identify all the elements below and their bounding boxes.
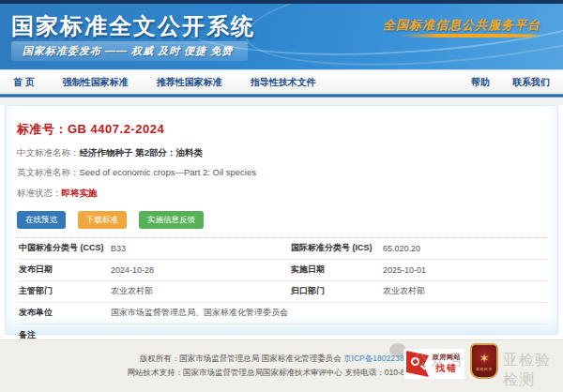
gov-site-error-report-badge[interactable]: 政府网站 找错 [403, 348, 465, 380]
issuing-unit-label: 发布单位 [17, 307, 111, 319]
ccs-label: 中国标准分类号 (CCS) [17, 242, 111, 254]
magnifier-icon [411, 357, 419, 366]
standard-detail-panel: 标准号：GB 4407.2-2024 中文标准名称：经济作物种子 第2部分：油料… [5, 105, 558, 335]
table-row: 中国标准分类号 (CCS) B33 国际标准分类号 (ICS) 65.020.2… [17, 238, 548, 260]
en-name-line: 英文标准名称：Seed of economic crops—Part 2: Oi… [17, 168, 548, 177]
error-badge-line2: 找错 [433, 362, 461, 375]
nav-item-recommended-standards[interactable]: 推荐性国家标准 [157, 76, 222, 89]
publish-date-label: 发布日期 [17, 264, 111, 276]
ics-label: 国际标准分类号 (ICS) [289, 242, 383, 254]
nav-item-mandatory-standards[interactable]: 强制性国家标准 [63, 76, 129, 89]
table-row: 主管部门 农业农村部 归口部门 农业农村部 [17, 281, 548, 303]
action-button-row: 在线预览 下载标准 实施信息反馈 [17, 211, 548, 229]
copyright-text: 版权所有：国家市场监督管理总局 国家标准化管理委员会 [140, 354, 343, 363]
nav-item-guiding-documents[interactable]: 指导性技术文件 [251, 76, 316, 89]
publish-date-value: 2024-10-28 [111, 265, 289, 275]
site-title: 国家标准全文公开系统 [11, 11, 255, 41]
download-standard-button[interactable]: 下载标准 [78, 211, 127, 229]
en-name-value: Seed of economic crops—Part 2: Oil speci… [80, 167, 257, 177]
cn-name-value: 经济作物种子 第2部分：油料类 [80, 147, 203, 158]
party-gov-agency-emblem[interactable]: ✶ 党政机关 [470, 343, 498, 379]
competent-dept-value: 农业农村部 [111, 285, 289, 297]
table-row: 发布日期 2024-10-28 实施日期 2025-10-01 [17, 260, 548, 281]
error-badge-line1: 政府网站 [433, 353, 461, 362]
page: 国家标准全文公开系统 国家标准委发布 —— 权威 及时 便捷 免费 全国标准信息… [0, 0, 563, 392]
en-name-label: 英文标准名称： [17, 167, 80, 177]
platform-slogan-link[interactable]: 全国标准信息公共服务平台 [383, 17, 540, 34]
implement-date-value: 2025-10-01 [383, 265, 548, 275]
cn-name-line: 中文标准名称：经济作物种子 第2部分：油料类 [17, 148, 548, 158]
implementation-feedback-button[interactable]: 实施信息反馈 [139, 211, 204, 229]
issuing-unit-value: 国家市场监督管理总局、国家标准化管理委员会 [111, 307, 548, 319]
standard-number-value: GB 4407.2-2024 [68, 122, 164, 136]
status-badge: 即将实施 [62, 188, 98, 198]
main-navbar: 首 页 强制性国家标准 推荐性国家标准 指导性技术文件 帮助 联系我们 [0, 71, 563, 94]
sub-strip [0, 98, 563, 105]
standard-detail-table: 中国标准分类号 (CCS) B33 国际标准分类号 (ICS) 65.020.2… [17, 238, 548, 346]
nav-item-contact[interactable]: 联系我们 [512, 76, 550, 89]
competent-dept-label: 主管部门 [17, 285, 111, 297]
ics-value: 65.020.20 [383, 244, 548, 253]
nav-item-home[interactable]: 首 页 [13, 76, 35, 89]
standard-number-line: 标准号：GB 4407.2-2024 [17, 121, 548, 138]
standard-number-label: 标准号： [17, 122, 68, 136]
centralized-dept-label: 归口部门 [289, 285, 383, 297]
site-header: 国家标准全文公开系统 国家标准委发布 —— 权威 及时 便捷 免费 全国标准信息… [0, 4, 563, 70]
centralized-dept-value: 农业农村部 [383, 285, 548, 297]
nav-item-help[interactable]: 帮助 [471, 76, 490, 89]
error-badge-text: 政府网站 找错 [433, 353, 461, 375]
error-flag-icon [406, 351, 429, 377]
table-row: 发布单位 国家市场监督管理总局、国家标准化管理委员会 [17, 303, 548, 324]
cn-name-label: 中文标准名称： [17, 147, 80, 158]
emblem-band-text: 党政机关 [476, 367, 493, 371]
online-preview-button[interactable]: 在线预览 [17, 211, 66, 229]
emblem-star-icon: ✶ [479, 352, 490, 365]
ccs-value: B33 [111, 244, 289, 253]
implement-date-label: 实施日期 [289, 264, 383, 276]
site-subtitle: 国家标准委发布 —— 权威 及时 便捷 免费 [11, 41, 248, 61]
slogan-underline-decoration [398, 34, 539, 38]
status-label: 标准状态： [17, 188, 62, 198]
status-line: 标准状态：即将实施 [17, 188, 548, 198]
